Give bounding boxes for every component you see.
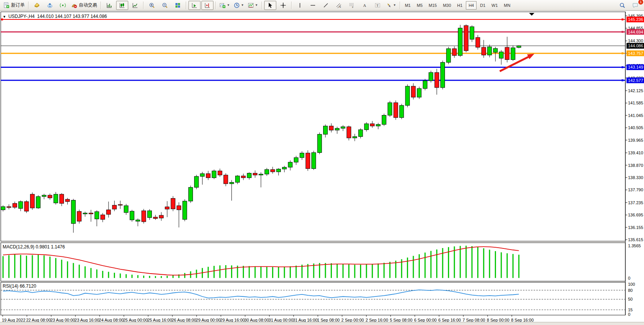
hline-handle[interactable]	[622, 31, 623, 33]
candle[interactable]	[212, 170, 216, 179]
pane-splitter[interactable]	[1, 242, 625, 242]
hline-handle[interactable]	[622, 66, 623, 68]
svg-text:143.757: 143.757	[628, 51, 643, 56]
cursor-icon	[267, 2, 273, 8]
hline-handle[interactable]	[622, 19, 623, 21]
rsi-axis-label: 100	[628, 282, 635, 287]
candle[interactable]	[36, 195, 40, 209]
candle[interactable]	[446, 47, 451, 64]
auto-scroll-button[interactable]	[188, 1, 201, 10]
channel-icon: E	[336, 2, 342, 8]
line-chart-button[interactable]	[129, 1, 141, 10]
candle[interactable]	[183, 199, 187, 221]
timeframe-button-m15[interactable]: M15	[426, 1, 439, 10]
candle[interactable]	[130, 210, 134, 222]
candle[interactable]	[142, 209, 146, 223]
rsi-axis-label: 15	[628, 307, 633, 312]
candle[interactable]	[312, 151, 316, 170]
rsi-axis-label: 50	[628, 297, 633, 301]
candle[interactable]	[423, 79, 427, 90]
new-order-button[interactable]: 新订单	[2, 1, 26, 10]
hline-button[interactable]	[307, 1, 319, 10]
price-label: 144.694	[626, 29, 644, 35]
rsi-pane[interactable]	[1, 282, 625, 315]
zoom-out-icon	[162, 2, 168, 8]
chart-shift-button[interactable]	[201, 1, 214, 10]
community-button[interactable]	[44, 1, 56, 10]
candle[interactable]	[306, 150, 310, 171]
y-tick-label: 139.965	[628, 138, 643, 142]
candle-chart-button[interactable]	[116, 1, 128, 10]
periods-button[interactable]: ▼	[232, 1, 245, 10]
templates-button[interactable]: ▼	[246, 1, 260, 10]
y-tick-label: 137.790	[628, 187, 643, 192]
search-icon	[619, 2, 625, 8]
candle[interactable]	[388, 101, 392, 117]
vline-icon	[297, 2, 303, 8]
rsi-value: 66.7120	[20, 283, 36, 289]
timeframe-button-m5[interactable]: M5	[414, 1, 425, 10]
arrows-button[interactable]: ▼	[384, 1, 398, 10]
chart-canvas[interactable]: 145.395144.855144.300143.760143.220142.6…	[0, 11, 644, 325]
rsi-axis-label: 0	[628, 312, 630, 317]
profiles-button[interactable]	[31, 1, 43, 10]
timeframe-button-m30[interactable]: M30	[440, 1, 454, 10]
search-button[interactable]	[616, 1, 628, 10]
timeframe-button-h4[interactable]: H4	[466, 1, 477, 10]
text-button[interactable]: A	[359, 1, 371, 10]
chart-area[interactable]: 145.395144.855144.300143.760143.220142.6…	[0, 11, 644, 325]
bar-chart-button[interactable]	[103, 1, 115, 10]
tile-windows-button[interactable]	[172, 1, 184, 10]
candle[interactable]	[382, 114, 386, 126]
toolbar-separator	[261, 2, 262, 9]
cursor-button[interactable]	[264, 1, 276, 10]
candle[interactable]	[400, 104, 404, 119]
timeframe-button-d1[interactable]: D1	[477, 1, 488, 10]
signals-button[interactable]	[57, 1, 69, 10]
crosshair-button[interactable]	[277, 1, 289, 10]
timeframe-button-mn[interactable]: MN	[501, 1, 513, 10]
candle[interactable]	[188, 186, 193, 203]
fibo-button[interactable]: F	[346, 1, 358, 10]
zoom-in-button[interactable]	[146, 1, 158, 10]
candle[interactable]	[464, 24, 468, 52]
symbol-period-label: USDJPY-,H4	[8, 14, 35, 19]
candle-chart-icon	[119, 2, 125, 8]
vline-button[interactable]	[294, 1, 306, 10]
rsi-label: RSI(14)	[3, 283, 18, 289]
candle[interactable]	[194, 175, 199, 189]
label-button[interactable]: T	[371, 1, 384, 10]
chevron-down-icon[interactable]: ▼	[3, 15, 6, 19]
candle[interactable]	[405, 84, 410, 107]
candle[interactable]	[317, 133, 322, 154]
candle[interactable]	[171, 196, 175, 211]
candle[interactable]	[24, 200, 29, 213]
candle[interactable]	[458, 25, 462, 57]
svg-text:142.577: 142.577	[628, 78, 643, 83]
autotrading-button[interactable]: 自动交易	[70, 1, 99, 10]
candle[interactable]	[417, 86, 421, 99]
hline-handle[interactable]	[622, 52, 623, 54]
candle[interactable]	[394, 101, 398, 120]
trendline-button[interactable]	[320, 1, 332, 10]
timeframe-button-m1[interactable]: M1	[402, 1, 413, 10]
indicators-button[interactable]: ▼	[218, 1, 231, 10]
candle[interactable]	[30, 192, 35, 210]
toolbar-separator	[143, 2, 144, 9]
price-label: 143.149	[626, 64, 644, 70]
timeframe-button-w1[interactable]: W1	[489, 1, 501, 10]
hline-handle[interactable]	[622, 79, 623, 81]
y-tick-label: 140.505	[628, 125, 643, 130]
candle[interactable]	[441, 61, 445, 90]
pane-splitter[interactable]	[1, 282, 625, 282]
macd-pane[interactable]	[1, 243, 625, 281]
window-bottom-edge	[0, 322, 644, 325]
timeframe-button-h1[interactable]: H1	[454, 1, 465, 10]
main-pane[interactable]	[1, 12, 625, 241]
autotrading-icon	[71, 2, 77, 8]
channel-button[interactable]: E	[333, 1, 345, 10]
candle[interactable]	[511, 45, 515, 61]
zoom-out-button[interactable]	[159, 1, 171, 10]
notifications-button[interactable]: 1	[629, 1, 641, 10]
candle[interactable]	[429, 70, 433, 82]
